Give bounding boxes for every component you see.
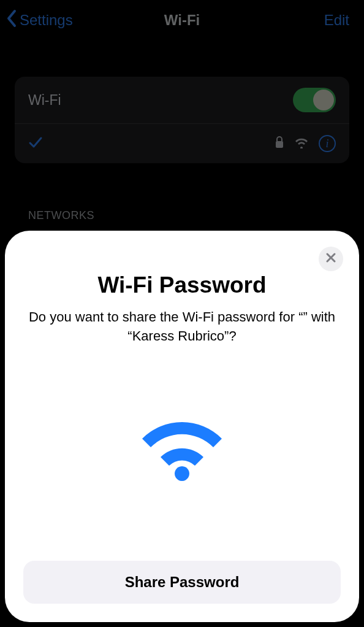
- toggle-thumb: [313, 90, 334, 110]
- share-password-sheet: Wi-Fi Password Do you want to share the …: [5, 231, 359, 622]
- network-status-icons: i: [275, 135, 336, 152]
- settings-body: Wi-Fi i NETWORKS: [0, 77, 364, 222]
- sheet-title: Wi-Fi Password: [23, 272, 341, 298]
- body-suffix: ”?: [224, 328, 237, 344]
- close-button[interactable]: [319, 247, 343, 271]
- sheet-body: Do you want to share the Wi-Fi password …: [23, 308, 341, 346]
- edit-button[interactable]: Edit: [324, 0, 349, 40]
- close-icon: [325, 252, 336, 266]
- settings-group: Wi-Fi i: [15, 77, 349, 163]
- wifi-toggle[interactable]: [293, 88, 336, 112]
- back-label: Settings: [20, 12, 73, 29]
- checkmark-icon: [28, 135, 43, 152]
- networks-section-header: NETWORKS: [15, 209, 349, 222]
- lock-icon: [275, 136, 284, 151]
- wifi-toggle-row: Wi-Fi: [15, 77, 349, 123]
- wifi-illustration: [23, 346, 341, 561]
- back-button[interactable]: Settings: [6, 0, 73, 40]
- contact-name: Karess Rubrico: [132, 328, 224, 344]
- svg-rect-0: [276, 141, 283, 148]
- page-title: Wi-Fi: [164, 12, 200, 29]
- info-icon[interactable]: i: [319, 135, 336, 152]
- share-password-button[interactable]: Share Password: [23, 561, 341, 604]
- wifi-icon: [130, 412, 234, 494]
- wifi-label: Wi-Fi: [28, 92, 293, 109]
- chevron-left-icon: [6, 9, 20, 31]
- wifi-signal-icon: [294, 136, 309, 151]
- nav-bar: Settings Wi-Fi Edit: [0, 0, 364, 40]
- connected-network-row[interactable]: i: [15, 123, 349, 163]
- body-prefix: Do you want to share the Wi-Fi password …: [29, 309, 303, 325]
